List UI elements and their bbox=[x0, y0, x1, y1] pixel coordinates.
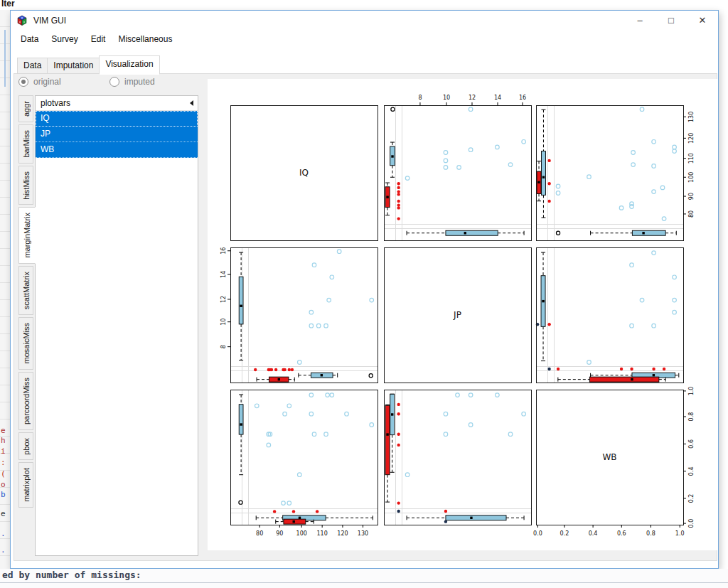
menu-data[interactable]: Data bbox=[14, 31, 45, 48]
visualization-tab-content: originalimputed aggrbarMisshistMissmargi… bbox=[14, 73, 717, 561]
radio-label: imputed bbox=[124, 77, 155, 87]
sidetab-parcoordMiss[interactable]: parcoordMiss bbox=[18, 372, 33, 430]
tab-imputation[interactable]: Imputation bbox=[47, 58, 100, 74]
background-window-fragment: lter bbox=[0, 0, 728, 10]
svg-text:0.8: 0.8 bbox=[646, 530, 655, 537]
background-text-fragment: · bbox=[1, 532, 6, 540]
plotvars-listbox: plotvars IQJPWB bbox=[35, 95, 198, 556]
margin-matrix-plot: IQ8101214161301201101009080161412108JP80… bbox=[208, 79, 717, 550]
background-text-fragment: ( bbox=[1, 470, 6, 478]
svg-text:0.0: 0.0 bbox=[688, 519, 695, 528]
svg-text:0.2: 0.2 bbox=[688, 494, 695, 503]
radio-circle-icon[interactable] bbox=[109, 77, 119, 87]
tab-visualization[interactable]: Visualization bbox=[99, 55, 159, 75]
background-text-fragment: lter bbox=[1, 0, 15, 9]
sidetab-matrixplot[interactable]: matrixplot bbox=[18, 462, 33, 508]
svg-text:8: 8 bbox=[418, 95, 422, 101]
menu-survey[interactable]: Survey bbox=[45, 31, 84, 48]
tab-data[interactable]: Data bbox=[17, 58, 48, 74]
radio-label: original bbox=[33, 77, 61, 87]
console-status-text: ed by number of missings: bbox=[2, 570, 141, 580]
vim-gui-window: VIM GUI – □ ✕ DataSurveyEditMiscellaneou… bbox=[10, 10, 719, 569]
plot-panel-r3c1: 8090100110120130 bbox=[230, 390, 378, 537]
plot-panel-r2c1: 161412108 bbox=[220, 247, 378, 383]
svg-text:0.6: 0.6 bbox=[688, 439, 695, 449]
radio-original[interactable]: original bbox=[18, 77, 61, 87]
svg-text:12: 12 bbox=[469, 95, 476, 101]
plotvar-option-wb[interactable]: WB bbox=[36, 142, 198, 158]
sidetab-label: barMiss bbox=[22, 125, 31, 163]
vim-cube-icon bbox=[16, 15, 28, 26]
plot-panel-r3c2 bbox=[384, 390, 531, 525]
svg-text:90: 90 bbox=[688, 193, 695, 200]
svg-text:16: 16 bbox=[519, 95, 526, 101]
sidetab-aggr[interactable]: aggr bbox=[18, 95, 33, 122]
radio-imputed[interactable]: imputed bbox=[109, 77, 155, 87]
svg-text:110: 110 bbox=[688, 153, 695, 164]
svg-text:80: 80 bbox=[688, 210, 695, 218]
plotvar-option-jp[interactable]: JP bbox=[36, 127, 198, 142]
svg-text:0.4: 0.4 bbox=[688, 466, 695, 476]
svg-text:14: 14 bbox=[220, 271, 227, 278]
svg-text:0.8: 0.8 bbox=[688, 412, 695, 422]
svg-text:8: 8 bbox=[220, 345, 227, 348]
divider-line bbox=[0, 582, 728, 583]
svg-text:0.6: 0.6 bbox=[617, 530, 626, 537]
sidetab-scattMatrix[interactable]: scattMatrix bbox=[18, 266, 33, 315]
svg-text:100: 100 bbox=[688, 172, 695, 183]
menubar: DataSurveyEditMiscellaneous bbox=[11, 31, 718, 49]
svg-text:110: 110 bbox=[317, 530, 328, 537]
radio-circle-icon[interactable] bbox=[18, 77, 28, 87]
window-title: VIM GUI bbox=[33, 16, 66, 26]
svg-text:130: 130 bbox=[358, 530, 368, 537]
background-text-fragment: i bbox=[1, 447, 6, 455]
plot-panel-r3c3: WB0.00.20.40.60.81.01.00.80.60.40.20.0 bbox=[533, 387, 695, 537]
close-button[interactable]: ✕ bbox=[687, 11, 718, 31]
background-text-fragment: : bbox=[1, 459, 6, 466]
menu-edit[interactable]: Edit bbox=[85, 31, 112, 48]
titlebar: VIM GUI – □ ✕ bbox=[11, 11, 718, 31]
background-text-fragment: o bbox=[1, 481, 6, 488]
svg-text:100: 100 bbox=[296, 530, 307, 537]
sidetab-pbox[interactable]: pbox bbox=[18, 432, 33, 461]
maximize-button[interactable]: □ bbox=[655, 11, 687, 31]
svg-text:14: 14 bbox=[494, 95, 501, 101]
menu-miscellaneous[interactable]: Miscellaneous bbox=[112, 31, 178, 48]
plotvar-option-iq[interactable]: IQ bbox=[36, 111, 198, 127]
plotvars-dropdown[interactable]: plotvars bbox=[36, 96, 198, 111]
svg-text:IQ: IQ bbox=[299, 168, 309, 178]
svg-text:0.2: 0.2 bbox=[560, 530, 569, 537]
svg-text:80: 80 bbox=[256, 530, 263, 537]
plot-panel-r2c2: JP bbox=[384, 247, 531, 383]
svg-text:1.0: 1.0 bbox=[675, 530, 685, 537]
svg-text:12: 12 bbox=[220, 296, 227, 303]
minimize-button[interactable]: – bbox=[624, 11, 655, 31]
spinner-left-icon[interactable] bbox=[190, 100, 193, 106]
main-tabbar: DataImputationVisualization bbox=[17, 57, 159, 74]
sidetab-barMiss[interactable]: barMiss bbox=[18, 124, 33, 164]
background-text-fragment: e bbox=[1, 510, 6, 518]
svg-text:JP: JP bbox=[453, 310, 461, 320]
plot-panel-r1c3: 1301201101009080 bbox=[536, 105, 695, 240]
background-console-strip: ehi:(obe·· bbox=[0, 10, 10, 569]
sidetab-label: mosaicMiss bbox=[22, 318, 31, 368]
svg-text:120: 120 bbox=[688, 133, 695, 144]
svg-text:120: 120 bbox=[337, 530, 348, 537]
svg-text:90: 90 bbox=[276, 530, 283, 537]
svg-text:10: 10 bbox=[443, 95, 450, 101]
console-status-bar: ed by number of missings: bbox=[0, 569, 728, 588]
svg-text:0.0: 0.0 bbox=[533, 530, 542, 537]
sidetab-marginMatrix[interactable]: marginMatrix bbox=[18, 207, 36, 264]
sidetab-histMiss[interactable]: histMiss bbox=[18, 166, 33, 205]
sidetab-label: histMiss bbox=[22, 166, 31, 205]
svg-text:0.4: 0.4 bbox=[589, 530, 598, 537]
plot-panel-r2c3 bbox=[536, 247, 683, 383]
svg-text:10: 10 bbox=[220, 319, 227, 326]
svg-text:1.0: 1.0 bbox=[688, 387, 695, 396]
sidetab-mosaicMiss[interactable]: mosaicMiss bbox=[18, 317, 33, 369]
sidetab-label: matrixplot bbox=[22, 463, 31, 507]
sidetab-label: marginMatrix bbox=[23, 208, 31, 263]
svg-text:16: 16 bbox=[220, 247, 227, 255]
scatterplot-matrix: IQ8101214161301201101009080161412108JP80… bbox=[208, 79, 717, 550]
plot-panel-r1c2: 810121416 bbox=[384, 95, 531, 240]
